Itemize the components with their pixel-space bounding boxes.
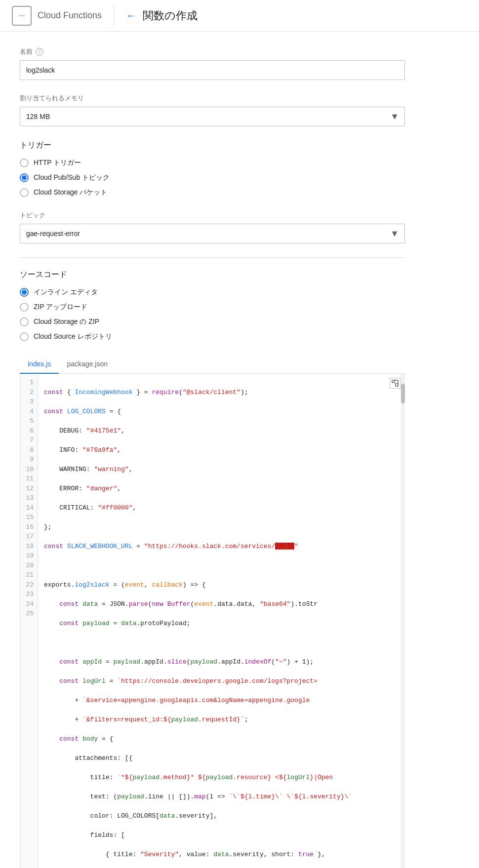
name-section: 名前 ? [20, 47, 375, 80]
divider-1 [20, 257, 405, 258]
trigger-title: トリガー [20, 140, 375, 151]
source-sourcerepo[interactable]: Cloud Source レポジトリ [20, 332, 375, 341]
logo-icon: ··· [12, 6, 32, 26]
memory-select[interactable]: 128 MB 256 MB 512 MB 1 GB 2 GB [20, 107, 405, 126]
trigger-http-radio[interactable] [20, 158, 29, 167]
source-zip-label: ZIP アップロード [34, 303, 87, 312]
trigger-radio-group: HTTP トリガー Cloud Pub/Sub トピック Cloud Stora… [20, 158, 375, 197]
source-cloudstorage-zip-radio[interactable] [20, 317, 29, 326]
memory-select-wrapper: 128 MB 256 MB 512 MB 1 GB 2 GB ▼ [20, 107, 405, 126]
scrollbar-thumb[interactable] [401, 384, 405, 403]
svg-rect-1 [396, 384, 398, 386]
code-lines: const { IncomingWebhook } = require("@sl… [38, 374, 404, 868]
source-zip[interactable]: ZIP アップロード [20, 303, 375, 312]
source-inline-label: インライン エディタ [34, 288, 98, 297]
topic-section: トピック gae-request-error ▼ [20, 211, 375, 243]
code-editor-controls [390, 378, 400, 389]
source-cloudstorage-zip-label: Cloud Storage の ZIP [34, 317, 99, 326]
app-header: ··· Cloud Functions ← 関数の作成 [0, 0, 479, 32]
trigger-storage-radio[interactable] [20, 188, 29, 197]
editor-tabs: index.js package.json [20, 355, 405, 374]
main-content: 名前 ? 割り当てられるメモリ 128 MB 256 MB 512 MB 1 G… [0, 32, 395, 868]
code-editor-wrapper: 12345 678910 1112131415 1617181920 21222… [20, 374, 405, 868]
memory-label: 割り当てられるメモリ [20, 94, 375, 103]
topic-label: トピック [20, 211, 375, 220]
tab-indexjs[interactable]: index.js [20, 355, 59, 374]
source-radio-group: インライン エディタ ZIP アップロード Cloud Storage の ZI… [20, 288, 375, 341]
topic-select[interactable]: gae-request-error [20, 224, 405, 243]
back-button[interactable]: ← [126, 9, 137, 22]
source-section: ソースコード インライン エディタ ZIP アップロード Cloud Stora… [20, 270, 375, 341]
source-inline-radio[interactable] [20, 288, 29, 297]
name-help-icon[interactable]: ? [36, 48, 43, 56]
svg-rect-0 [392, 380, 395, 383]
name-input[interactable] [20, 60, 405, 80]
scrollbar[interactable] [401, 374, 405, 868]
trigger-http-label: HTTP トリガー [34, 158, 81, 167]
source-title: ソースコード [20, 270, 375, 280]
source-inline[interactable]: インライン エディタ [20, 288, 375, 297]
source-sourcerepo-label: Cloud Source レポジトリ [34, 332, 112, 341]
trigger-pubsub-label: Cloud Pub/Sub トピック [34, 173, 110, 182]
tab-packagejson[interactable]: package.json [59, 355, 116, 374]
topic-select-wrapper: gae-request-error ▼ [20, 224, 405, 243]
header-action: ← 関数の作成 [126, 8, 198, 23]
source-cloudstorage-zip[interactable]: Cloud Storage の ZIP [20, 317, 375, 326]
line-numbers: 12345 678910 1112131415 1617181920 21222… [20, 374, 38, 868]
trigger-storage[interactable]: Cloud Storage バケット [20, 188, 375, 197]
source-zip-radio[interactable] [20, 303, 29, 312]
app-logo: ··· Cloud Functions [12, 6, 114, 26]
code-editor[interactable]: 12345 678910 1112131415 1617181920 21222… [20, 374, 405, 868]
trigger-pubsub[interactable]: Cloud Pub/Sub トピック [20, 173, 375, 182]
app-name: Cloud Functions [38, 10, 102, 21]
trigger-http[interactable]: HTTP トリガー [20, 158, 375, 167]
trigger-section: トリガー HTTP トリガー Cloud Pub/Sub トピック Cloud … [20, 140, 375, 197]
name-label: 名前 ? [20, 47, 375, 56]
memory-section: 割り当てられるメモリ 128 MB 256 MB 512 MB 1 GB 2 G… [20, 94, 375, 126]
trigger-storage-label: Cloud Storage バケット [34, 188, 107, 197]
source-sourcerepo-radio[interactable] [20, 332, 29, 341]
code-content: 12345 678910 1112131415 1617181920 21222… [20, 374, 404, 868]
trigger-pubsub-radio[interactable] [20, 173, 29, 182]
expand-icon[interactable] [390, 378, 400, 389]
page-title: 関数の作成 [143, 8, 198, 23]
